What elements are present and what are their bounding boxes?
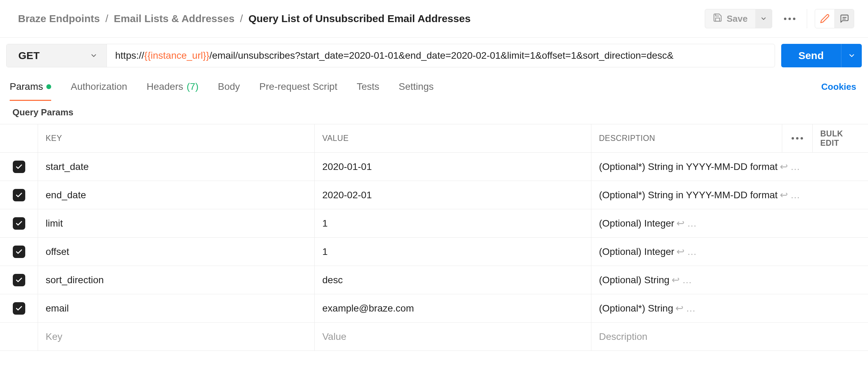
tabs-row: Params Authorization Headers (7) Body Pr… xyxy=(0,74,868,101)
tab-label: Tests xyxy=(357,81,379,92)
param-checkbox-cell xyxy=(0,181,38,209)
param-checkbox-cell xyxy=(0,266,38,294)
table-header-more[interactable] xyxy=(782,124,813,152)
http-method-select[interactable]: GET xyxy=(7,44,107,67)
table-row-new: Key Value Description xyxy=(0,323,868,351)
table-header-value: VALUE xyxy=(315,124,591,152)
tab-label: Settings xyxy=(399,81,434,92)
request-row: GET https://{{instance_url}}/email/unsub… xyxy=(0,38,868,74)
param-checkbox[interactable] xyxy=(13,302,25,315)
save-dropdown[interactable] xyxy=(755,9,772,28)
pencil-icon xyxy=(820,14,830,23)
send-button-label: Send xyxy=(798,50,824,61)
active-dot-icon xyxy=(46,84,51,89)
param-description-input[interactable]: (Optional) String ↩ … xyxy=(591,266,868,294)
table-header-row: KEY VALUE DESCRIPTION Bulk Edit xyxy=(0,124,868,153)
table-row: end_date2020-02-01(Optional*) String in … xyxy=(0,181,868,209)
param-description-input[interactable]: (Optional*) String ↩ … xyxy=(591,294,868,322)
table-row: sort_directiondesc(Optional) String ↩ … xyxy=(0,266,868,294)
save-icon xyxy=(713,13,722,25)
documentation-group xyxy=(815,9,854,28)
param-key-input[interactable]: offset xyxy=(38,238,315,266)
tab-settings[interactable]: Settings xyxy=(399,78,434,101)
send-button-group: Send xyxy=(781,44,862,67)
param-checkbox[interactable] xyxy=(13,217,25,230)
breadcrumb-separator: / xyxy=(240,13,243,25)
breadcrumb-separator: / xyxy=(105,13,108,25)
param-description-input[interactable]: Description xyxy=(591,323,868,351)
send-button[interactable]: Send xyxy=(781,44,841,67)
tab-headers[interactable]: Headers (7) xyxy=(147,78,198,101)
param-description-input[interactable]: (Optional*) String in YYYY-MM-DD format … xyxy=(591,181,868,209)
param-value-input[interactable]: 1 xyxy=(315,209,591,237)
url-input[interactable]: https://{{instance_url}}/email/unsubscri… xyxy=(107,44,775,67)
tab-label: Headers xyxy=(147,81,183,92)
header-actions: Save xyxy=(705,9,854,28)
bulk-edit-button[interactable]: Bulk Edit xyxy=(813,124,868,152)
param-checkbox-empty xyxy=(0,323,38,351)
send-dropdown[interactable] xyxy=(841,44,862,67)
table-header-checkbox xyxy=(0,124,38,152)
breadcrumb-root[interactable]: Braze Endpoints xyxy=(18,13,100,25)
tab-tests[interactable]: Tests xyxy=(357,78,379,101)
table-header-description: DESCRIPTION xyxy=(591,124,782,152)
param-checkbox[interactable] xyxy=(13,161,25,173)
tab-body[interactable]: Body xyxy=(218,78,240,101)
url-prefix: https:// xyxy=(115,50,144,61)
param-checkbox[interactable] xyxy=(13,274,25,286)
breadcrumb: Braze Endpoints / Email Lists & Addresse… xyxy=(18,13,471,25)
param-description-input[interactable]: (Optional*) String in YYYY-MM-DD format … xyxy=(591,153,868,181)
param-value-input[interactable]: Value xyxy=(315,323,591,351)
tab-authorization[interactable]: Authorization xyxy=(71,78,127,101)
save-button[interactable]: Save xyxy=(705,9,755,28)
ellipsis-icon xyxy=(792,137,803,140)
tab-pre-request-script[interactable]: Pre-request Script xyxy=(259,78,338,101)
param-value-input[interactable]: 2020-01-01 xyxy=(315,153,591,181)
table-header-key: KEY xyxy=(38,124,315,152)
param-value-input[interactable]: desc xyxy=(315,266,591,294)
comments-button[interactable] xyxy=(834,9,854,28)
tab-label: Params xyxy=(10,81,43,92)
param-value-input[interactable]: 1 xyxy=(315,238,591,266)
param-checkbox-cell xyxy=(0,153,38,181)
param-key-input[interactable]: Key xyxy=(38,323,315,351)
tab-params[interactable]: Params xyxy=(10,78,51,101)
param-key-input[interactable]: start_date xyxy=(38,153,315,181)
method-url-bar: GET https://{{instance_url}}/email/unsub… xyxy=(6,44,775,67)
query-params-title: Query Params xyxy=(0,101,868,124)
param-value-input[interactable]: example@braze.com xyxy=(315,294,591,322)
table-row: limit1(Optional) Integer ↩ … xyxy=(0,209,868,238)
query-params-table: KEY VALUE DESCRIPTION Bulk Edit start_da… xyxy=(0,124,868,351)
edit-button[interactable] xyxy=(815,9,834,28)
param-key-input[interactable]: limit xyxy=(38,209,315,237)
url-suffix: /email/unsubscribes?start_date=2020-01-0… xyxy=(209,50,673,61)
table-row: start_date2020-01-01(Optional*) String i… xyxy=(0,153,868,181)
param-key-input[interactable]: email xyxy=(38,294,315,322)
table-row: offset1(Optional) Integer ↩ … xyxy=(0,238,868,266)
ellipsis-icon xyxy=(784,18,795,20)
header-bar: Braze Endpoints / Email Lists & Addresse… xyxy=(0,0,868,38)
param-description-input[interactable]: (Optional) Integer ↩ … xyxy=(591,209,868,237)
request-tabs: Params Authorization Headers (7) Body Pr… xyxy=(10,78,434,101)
breadcrumb-folder[interactable]: Email Lists & Addresses xyxy=(114,13,234,25)
save-button-group: Save xyxy=(705,9,772,28)
url-variable: {{instance_url}} xyxy=(144,50,209,61)
comment-icon xyxy=(840,14,849,23)
cookies-link[interactable]: Cookies xyxy=(821,82,856,97)
param-checkbox[interactable] xyxy=(13,189,25,201)
tab-label: Pre-request Script xyxy=(259,81,338,92)
param-key-input[interactable]: end_date xyxy=(38,181,315,209)
param-checkbox-cell xyxy=(0,209,38,237)
tab-label: Authorization xyxy=(71,81,127,92)
param-description-input[interactable]: (Optional) Integer ↩ … xyxy=(591,238,868,266)
more-options-button[interactable] xyxy=(780,9,799,28)
breadcrumb-current: Query List of Unsubscribed Email Address… xyxy=(248,13,470,25)
table-row: emailexample@braze.com(Optional*) String… xyxy=(0,294,868,323)
param-key-input[interactable]: sort_direction xyxy=(38,266,315,294)
tab-headers-count: (7) xyxy=(187,81,198,92)
param-checkbox-cell xyxy=(0,238,38,266)
param-value-input[interactable]: 2020-02-01 xyxy=(315,181,591,209)
param-checkbox[interactable] xyxy=(13,246,25,258)
http-method-value: GET xyxy=(18,50,40,61)
header-divider xyxy=(807,9,807,28)
